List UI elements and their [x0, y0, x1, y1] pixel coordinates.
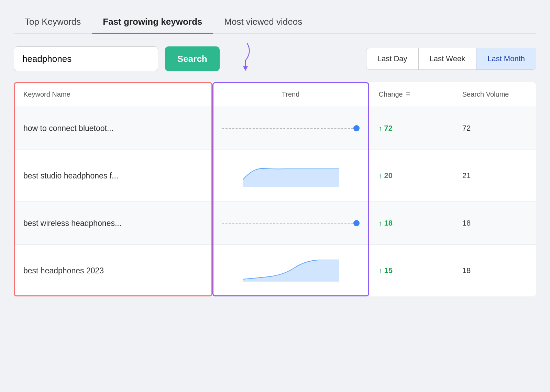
search-area: Search Last Day Last Week Last Month: [14, 45, 536, 73]
trend-cell: [212, 202, 369, 245]
header-volume: Search Volume: [453, 82, 536, 107]
change-cell: ↑ 72: [369, 107, 453, 150]
area-chart-rise: [243, 256, 339, 283]
volume-cell: 72: [453, 107, 536, 150]
table-row: best studio headphones f...↑ 2021: [14, 150, 536, 202]
volume-cell: 18: [453, 245, 536, 297]
trend-cell: [212, 150, 369, 202]
keyword-cell: best headphones 2023: [14, 245, 212, 297]
trend-cell: [212, 107, 369, 150]
arrow-annotation: [227, 45, 261, 73]
filter-icon: ☰: [406, 91, 410, 98]
keyword-cell: how to connect bluetoot...: [14, 107, 212, 150]
header-change: Change ☰: [369, 82, 453, 107]
data-table-wrapper: Keyword Name Trend Change ☰ Search Volum…: [14, 82, 536, 296]
tab-most-viewed[interactable]: Most viewed videos: [213, 10, 313, 34]
time-filter-group: Last Day Last Week Last Month: [366, 48, 536, 70]
search-input[interactable]: [14, 46, 158, 71]
tab-top-keywords[interactable]: Top Keywords: [14, 10, 92, 34]
table-row: best headphones 2023↑ 1518: [14, 245, 536, 297]
trend-dot: [353, 125, 360, 131]
table-container: Keyword Name Trend Change ☰ Search Volum…: [14, 82, 536, 296]
svg-marker-0: [243, 66, 248, 71]
dashed-line: [222, 223, 353, 224]
keyword-cell: best wireless headphones...: [14, 202, 212, 245]
up-arrow-icon: ↑: [379, 219, 382, 227]
header-keyword: Keyword Name: [14, 82, 212, 107]
change-value: ↑ 72: [379, 124, 443, 133]
up-arrow-icon: ↑: [379, 172, 382, 180]
up-arrow-icon: ↑: [379, 267, 382, 275]
header-trend: Trend: [212, 82, 369, 107]
table-row: how to connect bluetoot...↑ 7272: [14, 107, 536, 150]
change-cell: ↑ 15: [369, 245, 453, 297]
change-cell: ↑ 18: [369, 202, 453, 245]
trend-cell: [212, 245, 369, 297]
change-cell: ↑ 20: [369, 150, 453, 202]
search-button[interactable]: Search: [165, 46, 220, 71]
dashed-trend: [222, 118, 360, 139]
volume-cell: 21: [453, 150, 536, 202]
table-row: best wireless headphones...↑ 1818: [14, 202, 536, 245]
dashed-line: [222, 128, 353, 129]
change-value: ↑ 20: [379, 171, 443, 180]
change-value: ↑ 18: [379, 219, 443, 228]
area-chart-flat: [243, 161, 339, 188]
tab-fast-growing[interactable]: Fast growing keywords: [92, 10, 213, 34]
change-value: ↑ 15: [379, 266, 443, 275]
last-day-button[interactable]: Last Day: [366, 48, 419, 69]
trend-dot: [353, 220, 360, 226]
tab-bar: Top Keywords Fast growing keywords Most …: [14, 10, 536, 34]
keywords-table: Keyword Name Trend Change ☰ Search Volum…: [14, 82, 536, 296]
keyword-cell: best studio headphones f...: [14, 150, 212, 202]
annotation-arrow-icon: [227, 42, 257, 76]
volume-cell: 18: [453, 202, 536, 245]
table-header-row: Keyword Name Trend Change ☰ Search Volum…: [14, 82, 536, 107]
up-arrow-icon: ↑: [379, 124, 382, 132]
last-month-button[interactable]: Last Month: [476, 48, 536, 69]
dashed-trend: [222, 213, 360, 233]
last-week-button[interactable]: Last Week: [419, 48, 477, 69]
